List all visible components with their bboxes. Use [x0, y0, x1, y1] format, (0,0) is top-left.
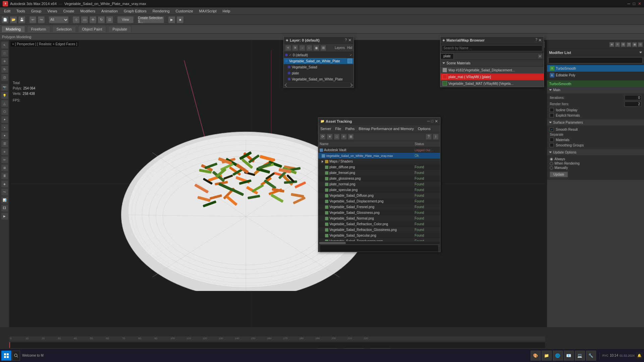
always-radio[interactable]: Always: [550, 157, 641, 161]
lt-expand[interactable]: ▶: [1, 213, 8, 220]
asset-tb-3[interactable]: □: [334, 134, 340, 140]
layer-row-vegsalad[interactable]: Vegetable_Salad: [284, 64, 354, 70]
smoothing-groups-checkbox[interactable]: [550, 143, 554, 147]
layer-add-sel-btn[interactable]: →: [299, 45, 305, 51]
render-btn[interactable]: Create Selection S...: [138, 16, 164, 23]
layer-scroll-right[interactable]: [349, 83, 353, 87]
mat-help-icon[interactable]: ?: [535, 38, 537, 43]
when-rendering-radio[interactable]: When Rendering: [550, 162, 641, 165]
lt-camera[interactable]: 📷: [1, 84, 8, 91]
lt-select[interactable]: ↖: [1, 42, 8, 49]
move-btn[interactable]: ✛: [89, 16, 97, 23]
asset-row-veg-fresnel[interactable]: Vegetable_Salad_Fresnel.png Found: [318, 204, 440, 210]
mod-turbosmooth[interactable]: T TurboSmooth: [547, 65, 644, 72]
layer-panel-close[interactable]: ✕: [348, 38, 352, 43]
lt-shape[interactable]: ⬡: [1, 108, 8, 115]
lt-move[interactable]: ✛: [1, 58, 8, 65]
stop-btn[interactable]: ■: [176, 16, 184, 23]
layer-highlight-btn[interactable]: ◉: [313, 45, 319, 51]
layer-row-vegplate[interactable]: Vegetable_Salad_on_White_Plate: [284, 58, 354, 64]
mat-search-input[interactable]: [442, 45, 542, 51]
asset-tb-1[interactable]: ⟳: [320, 134, 326, 140]
taskbar-app4[interactable]: 📧: [564, 351, 574, 361]
asset-row-plate-glossiness[interactable]: plate_glossiness.png Found: [318, 176, 440, 181]
lt-light[interactable]: 💡: [1, 92, 8, 99]
taskbar-3dsmax[interactable]: 🎨: [531, 351, 541, 361]
maximize-btn[interactable]: □: [633, 1, 635, 6]
mat-browser-close[interactable]: ✕: [538, 38, 542, 43]
asset-row-vault[interactable]: Autodesk Vault Logged Out ...: [318, 147, 440, 153]
asset-row-plate-specular[interactable]: plate_specular.png Found: [318, 187, 440, 193]
selection-filter[interactable]: All: [49, 16, 69, 23]
asset-menu-bitmap[interactable]: Bitmap Performance and Memory: [359, 127, 414, 131]
smooth-result-checkbox[interactable]: ✓: [550, 127, 554, 131]
layer-row-vegplate2[interactable]: Vegetable_Salad_on_White_Plate: [284, 76, 354, 82]
mat-section-scene[interactable]: Scene Materials: [440, 60, 544, 67]
tab-modeling[interactable]: Modeling: [1, 26, 25, 32]
asset-row-veg-diffuse[interactable]: Vegetable_Salad_Diffuse.png Found: [318, 193, 440, 198]
rotate-btn[interactable]: ↻: [98, 16, 105, 23]
taskbar-chrome[interactable]: 🌐: [553, 351, 563, 361]
asset-row-veg-refraction-color[interactable]: Vegetable_Salad_Refraction_Color.png Fou…: [318, 221, 440, 227]
scale-btn[interactable]: ⊡: [106, 16, 113, 23]
asset-menu-server[interactable]: Server: [320, 127, 331, 131]
new-btn[interactable]: 📄: [1, 16, 9, 23]
asset-tb-5[interactable]: ⊞: [348, 134, 354, 140]
layer-merge-btn[interactable]: ⊞: [320, 45, 326, 51]
iterations-input[interactable]: [625, 95, 641, 100]
lt-geom[interactable]: △: [1, 100, 8, 107]
mat-row-1[interactable]: plate_mat ( VRayMtl ) [plate]: [440, 73, 544, 80]
asset-menu-file[interactable]: File: [335, 127, 341, 131]
menu-edit[interactable]: Edit: [1, 8, 13, 14]
asset-menu-paths[interactable]: Paths: [345, 127, 355, 131]
mod-icon-1[interactable]: ◈: [609, 42, 614, 47]
lt-mirror[interactable]: ⊞: [1, 164, 8, 172]
close-btn[interactable]: ✕: [638, 1, 641, 6]
taskbar-app5[interactable]: 💻: [575, 351, 585, 361]
tab-selection[interactable]: Selection: [52, 26, 76, 32]
lt-rotate[interactable]: ↻: [1, 66, 8, 73]
mod-icon-3[interactable]: ⊞: [621, 42, 626, 47]
menu-customize[interactable]: Customize: [173, 8, 196, 14]
mod-editable-poly[interactable]: E Editable Poly: [547, 72, 644, 78]
lt-curve[interactable]: 〜: [1, 188, 8, 196]
layer-scroll-left[interactable]: [284, 83, 288, 87]
asset-help-btn[interactable]: ?: [426, 134, 432, 140]
asset-info-btn[interactable]: i: [433, 134, 439, 140]
undo-btn[interactable]: ↩: [29, 16, 37, 23]
taskbar-app6[interactable]: 🔧: [586, 351, 596, 361]
asset-row-veg-translucency[interactable]: Vegetable_Salad_Translucency.png Found: [318, 238, 440, 241]
notifications-btn[interactable]: 🔔: [636, 352, 643, 359]
menu-help[interactable]: Help: [220, 8, 233, 14]
asset-panel-close[interactable]: ✕: [435, 119, 438, 124]
isoline-checkbox[interactable]: [550, 108, 554, 112]
layer-new-btn[interactable]: +: [285, 45, 291, 51]
asset-row-plate-frensel[interactable]: plate_frensel.png Found: [318, 170, 440, 176]
select-btn[interactable]: ⊹: [72, 16, 80, 23]
explicit-normals-checkbox[interactable]: [550, 113, 554, 117]
menu-animation[interactable]: Animation: [99, 8, 120, 14]
save-btn[interactable]: 💾: [18, 16, 25, 23]
mat-row-2[interactable]: Vegetable_Salad_MAT (VRayMtl) [Vegeta...: [440, 80, 544, 87]
asset-row-plate-diffuse[interactable]: plate_diffuse.png Found: [318, 164, 440, 170]
lt-bone[interactable]: ☰: [1, 140, 8, 147]
modifier-list-dropdown[interactable]: [639, 52, 642, 53]
mat-row-0[interactable]: Map #182(Vegetable_Salad_Displacement...: [440, 67, 544, 73]
select-region-btn[interactable]: ▭: [81, 16, 88, 23]
tab-populate[interactable]: Populate: [108, 26, 131, 32]
lt-render[interactable]: 🎞: [1, 204, 8, 212]
timeline[interactable]: [9, 342, 545, 348]
render-iters-input[interactable]: [625, 102, 641, 107]
lt-poly[interactable]: □: [1, 50, 8, 57]
menu-group[interactable]: Group: [29, 8, 44, 14]
mod-icon-2[interactable]: ≡: [615, 42, 620, 47]
asset-min-btn[interactable]: ─: [427, 119, 430, 124]
taskbar-explorer[interactable]: 📁: [542, 351, 552, 361]
layer-delete-btn[interactable]: ✕: [292, 45, 298, 51]
main-section-header[interactable]: Main: [547, 87, 644, 93]
asset-row-veg-normal[interactable]: Vegetable_Salad_Normal.png Found: [318, 216, 440, 221]
asset-row-veg-specular[interactable]: Vegetable_Salad_Specular.png Found: [318, 233, 440, 238]
manually-radio[interactable]: Manually: [550, 166, 641, 170]
menu-create[interactable]: Create: [60, 8, 77, 14]
menu-graph-editors[interactable]: Graph Editors: [121, 8, 149, 14]
